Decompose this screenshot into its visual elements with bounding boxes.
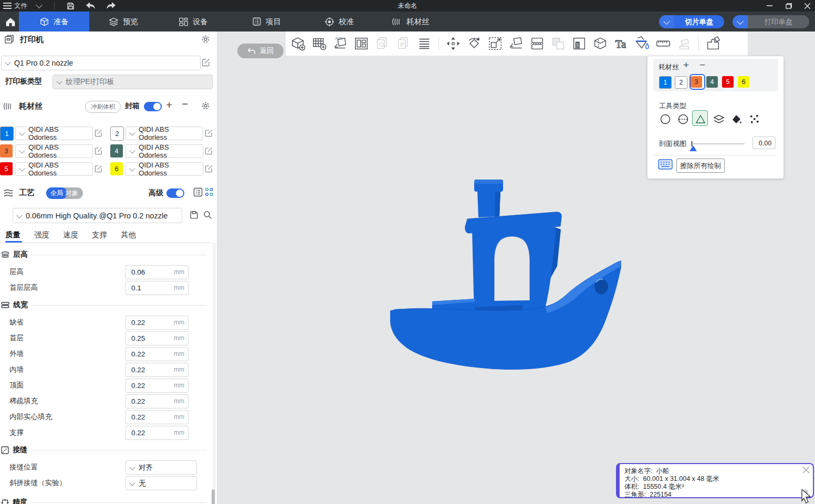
filament-chip-2[interactable]: 2	[110, 127, 124, 141]
filament-edit-icon-2[interactable]	[205, 129, 213, 139]
filament-chip-6[interactable]: 6	[110, 162, 123, 175]
tab-others[interactable]: 其他	[121, 230, 136, 240]
measure-icon[interactable]	[654, 34, 673, 53]
filament-edit-icon-1[interactable]	[95, 129, 103, 139]
section-view-value-input[interactable]	[753, 137, 777, 150]
sparse-infill-width-input[interactable]	[130, 396, 167, 407]
smart-fill-tool[interactable]	[748, 113, 761, 125]
mesh-cut-icon[interactable]	[591, 34, 610, 53]
viewport-3d[interactable]: AUTO O P	[217, 32, 815, 504]
variable-layer-height-icon[interactable]	[570, 34, 589, 53]
slice-dropdown-chevron-icon[interactable]	[659, 15, 674, 28]
tab-calibration[interactable]: 校准	[325, 12, 354, 32]
filament-edit-icon-6[interactable]	[205, 164, 213, 175]
filament-settings-gear-icon[interactable]	[201, 101, 211, 113]
paste-icon[interactable]: P	[394, 34, 413, 53]
paint-add-filament-button[interactable]: +	[683, 59, 689, 71]
tab-prepare[interactable]: 准备	[19, 12, 89, 32]
paint-chip-4[interactable]: 4	[706, 76, 718, 88]
tab-strength[interactable]: 强度	[34, 230, 49, 240]
paint-chip-1[interactable]: 1	[659, 76, 672, 89]
filament-select-3[interactable]: QIDI ABS Odorless	[15, 144, 93, 158]
tab-preview[interactable]: 预览	[109, 12, 138, 32]
triangle-tool[interactable]	[694, 113, 707, 125]
scope-object[interactable]: 对象	[65, 187, 78, 199]
sidebar-scrollbar[interactable]	[213, 243, 216, 504]
arrange-icon[interactable]	[352, 34, 371, 53]
home-button[interactable]	[3, 12, 18, 32]
maximize-button[interactable]	[782, 0, 796, 12]
printer-preset-select[interactable]: Q1 Pro 0.2 nozzle	[1, 56, 201, 70]
back-button[interactable]: 返回	[237, 44, 284, 58]
move-icon[interactable]	[444, 34, 463, 53]
print-plate-button[interactable]: 打印单盘	[733, 15, 809, 28]
slice-plate-button[interactable]: 切片单盘	[659, 15, 724, 28]
rotate-icon[interactable]	[465, 34, 484, 53]
assembly-icon[interactable]	[704, 34, 723, 53]
paint-chip-2[interactable]: 2	[675, 76, 687, 89]
save-preset-icon[interactable]	[190, 211, 198, 222]
filament-chip-4[interactable]: 4	[110, 144, 123, 158]
support-width-input[interactable]	[130, 427, 167, 438]
add-plate-icon[interactable]	[310, 34, 329, 53]
height-range-tool[interactable]	[713, 113, 725, 125]
object-list-icon[interactable]	[415, 34, 434, 53]
tab-speed[interactable]: 速度	[63, 230, 78, 240]
inner-wall-width-input[interactable]	[130, 364, 167, 375]
printer-settings-gear-icon[interactable]	[201, 34, 211, 46]
section-view-slider[interactable]	[692, 143, 745, 144]
filament-chip-3[interactable]: 3	[0, 144, 13, 158]
sphere-brush-tool[interactable]	[677, 113, 689, 125]
filament-select-1[interactable]: QIDI ABS Odorless	[15, 127, 93, 140]
filament-select-6[interactable]: QIDI ABS Odorless	[126, 162, 203, 176]
paint-chip-3[interactable]: 3	[691, 76, 702, 88]
section-view-slider-marker[interactable]	[689, 145, 697, 151]
minimize-button[interactable]	[762, 0, 776, 12]
outer-wall-width-input[interactable]	[130, 349, 167, 360]
filament-select-5[interactable]: QIDI ABS Odorless	[15, 162, 93, 176]
parameter-table-icon[interactable]	[193, 187, 203, 199]
filament-chip-1[interactable]: 1	[0, 127, 14, 141]
print-dropdown-chevron-icon[interactable]	[733, 15, 748, 28]
auto-orient-icon[interactable]: AUTO	[331, 34, 350, 53]
box-toggle[interactable]	[144, 102, 162, 111]
erase-all-button[interactable]: 擦除所有绘制	[676, 159, 725, 173]
paint-tool-icon[interactable]	[633, 34, 652, 53]
filament-chip-5[interactable]: 5	[0, 162, 13, 175]
lay-on-face-icon[interactable]	[507, 34, 526, 53]
seam-position-select[interactable]: 对齐	[126, 460, 197, 475]
scale-icon[interactable]	[486, 34, 505, 53]
default-width-input[interactable]	[130, 317, 167, 328]
tab-filament[interactable]: 耗材丝	[392, 12, 430, 32]
paint-chip-6[interactable]: 6	[738, 76, 749, 88]
remove-filament-button[interactable]: −	[182, 98, 188, 110]
filament-select-4[interactable]: QIDI ABS Odorless	[126, 144, 203, 158]
scope-global[interactable]: 全局	[46, 187, 67, 199]
scarf-seam-select[interactable]: 无	[126, 476, 197, 490]
merge-icon[interactable]	[549, 34, 568, 53]
compare-preset-icon[interactable]	[205, 187, 214, 199]
info-close-icon[interactable]	[802, 466, 810, 476]
filament-edit-icon-4[interactable]	[205, 146, 213, 157]
plate-type-select[interactable]: 纹理PEI打印板	[53, 75, 213, 89]
fill-tool[interactable]	[730, 113, 743, 125]
tab-project[interactable]: 项目	[252, 12, 281, 32]
seam-paint-icon[interactable]	[675, 34, 694, 53]
first-layer-width-input[interactable]	[130, 333, 167, 344]
process-preset-select[interactable]: 0.06mm High Quality @Q1 Pro 0.2 nozzle	[13, 208, 182, 223]
tab-quality[interactable]: 质量	[5, 230, 20, 240]
scope-switch[interactable]: 全局 对象	[46, 187, 83, 199]
scrollbar-thumb[interactable]	[212, 489, 215, 504]
text-tool-icon[interactable]: Ta	[612, 34, 631, 53]
model-benchy-boat[interactable]	[387, 180, 623, 371]
printer-edit-icon[interactable]	[202, 58, 211, 69]
keyboard-shortcuts-icon[interactable]	[658, 159, 673, 172]
add-filament-button[interactable]: +	[166, 99, 172, 111]
tab-support[interactable]: 支撑	[92, 230, 107, 240]
layer-height-input[interactable]	[130, 267, 167, 278]
tab-device[interactable]: 设备	[179, 12, 208, 32]
paint-remove-filament-button[interactable]: −	[699, 59, 705, 71]
copy-icon[interactable]: O	[373, 34, 392, 53]
close-button[interactable]	[800, 0, 814, 12]
filament-edit-icon-5[interactable]	[95, 164, 103, 175]
